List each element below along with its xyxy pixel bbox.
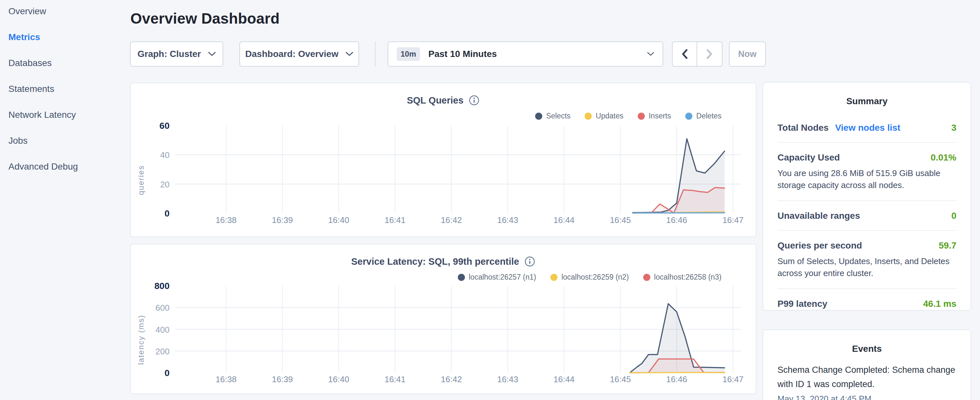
summary-row-label: P99 latency [778,299,827,309]
view-nodes-list-link[interactable]: View nodes list [835,123,900,133]
event-timestamp: May 13, 2020 at 4:45 PM [778,394,956,400]
time-range-label: Past 10 Minutes [428,49,497,59]
series-line [630,373,725,373]
x-axis-tick: 16:44 [554,215,574,225]
summary-row-label: Unavailable ranges [778,211,860,221]
events-list: Schema Change Completed: Schema change w… [763,354,970,400]
x-axis-tick: 16:47 [722,375,743,384]
sidebar-item-network-latency[interactable]: Network Latency [8,102,129,128]
sidebar: Overview Metrics Databases Statements Ne… [0,0,129,400]
service-latency-panel: Service Latency: SQL, 99th percentile lo… [130,244,756,394]
x-axis-tick: 16:40 [328,375,349,384]
x-axis-tick: 16:47 [722,215,743,225]
summary-row-total-nodes: Total Nodes View nodes list 3 [778,113,956,142]
y-axis-tick: 800 [154,281,170,291]
x-axis-tick: 16:40 [328,215,349,225]
y-axis-tick: 20 [160,180,170,189]
x-axis-tick: 16:46 [666,215,687,225]
sidebar-item-metrics[interactable]: Metrics [8,24,129,50]
sql-queries-panel: SQL Queries SelectsUpdatesInsertsDeletes… [130,83,756,237]
chevron-down-icon [208,52,216,56]
x-axis-tick: 16:46 [666,375,687,384]
events-panel: Events Schema Change Completed: Schema c… [763,330,971,400]
y-axis-tick: 0 [164,368,170,378]
event-item[interactable]: Schema Change Completed: Schema change w… [778,363,956,400]
summary-title: Summary [763,83,970,107]
y-axis-tick: 200 [156,347,170,356]
x-axis-tick: 16:38 [215,215,237,225]
summary-row-description: You are using 28.6 MiB of 515.9 GiB usab… [778,167,952,191]
summary-row-value: 3 [951,123,956,133]
y-axis-tick: 0 [164,209,170,218]
y-axis-tick: 40 [160,150,170,160]
next-time-button[interactable] [697,42,722,66]
chevron-right-icon [706,49,713,59]
summary-row-queries-per-second: Queries per second 59.7 Sum of Selects, … [778,230,956,288]
x-axis-tick: 16:43 [497,215,518,225]
summary-row-label: Total Nodes [778,123,829,133]
events-title: Events [763,330,970,354]
summary-row-label: Queries per second [778,241,862,251]
graph-dropdown[interactable]: Graph: Cluster [130,41,223,67]
time-range-dropdown[interactable]: 10m Past 10 Minutes [388,41,663,67]
page-title: Overview Dashboard [130,10,280,27]
x-axis-tick: 16:39 [272,215,293,225]
toolbar-divider [375,41,375,67]
x-axis-tick: 16:41 [384,215,406,225]
summary-row-value: 0.01% [931,153,956,163]
y-axis-tick: 400 [156,325,170,335]
summary-row-value: 46.1 ms [923,299,956,309]
sidebar-item-advanced-debug[interactable]: Advanced Debug [8,154,129,180]
time-range-badge: 10m [397,47,420,61]
chevron-left-icon [681,49,688,59]
chevron-down-icon [345,52,353,56]
x-axis-tick: 16:38 [215,375,237,384]
graph-dropdown-label: Graph: Cluster [137,49,201,59]
sidebar-item-overview[interactable]: Overview [8,0,129,24]
x-axis-tick: 16:43 [497,375,518,384]
summary-panel: Summary Total Nodes View nodes list 3 Ca… [763,82,971,311]
y-axis-tick: 60 [159,121,170,131]
summary-body: Total Nodes View nodes list 3 Capacity U… [763,107,970,318]
sidebar-item-statements[interactable]: Statements [8,76,129,102]
x-axis-tick: 16:42 [441,375,462,384]
y-axis-tick: 600 [156,303,170,312]
x-axis-tick: 16:45 [610,375,631,384]
sql-queries-chart-canvas: 020406016:3816:3916:4016:4116:4216:4316:… [131,83,756,237]
summary-row-unavailable-ranges: Unavailable ranges 0 [778,200,956,230]
summary-row-description: Sum of Selects, Updates, Inserts, and De… [778,255,952,279]
dashboard-dropdown[interactable]: Dashboard: Overview [239,41,359,67]
sidebar-item-jobs[interactable]: Jobs [8,128,129,154]
summary-row-value: 59.7 [939,241,957,251]
summary-row-value: 0 [951,211,956,221]
summary-row-capacity-used: Capacity Used 0.01% You are using 28.6 M… [778,142,956,200]
prev-time-button[interactable] [673,42,697,66]
time-step-buttons [672,41,722,67]
sidebar-nav-list: Overview Metrics Databases Statements Ne… [8,0,129,180]
summary-row-p99-latency: P99 latency 46.1 ms [778,288,956,318]
overview-dashboard-page: { "sidebar": { "items": [ { "label": "Ov… [0,0,980,400]
x-axis-tick: 16:45 [610,215,631,225]
x-axis-tick: 16:44 [554,375,574,384]
summary-row-label: Capacity Used [778,153,840,163]
dashboard-dropdown-label: Dashboard: Overview [245,49,339,59]
service-latency-chart-canvas: 020040060080016:3816:3916:4016:4116:4216… [131,244,756,394]
x-axis-tick: 16:39 [272,375,293,384]
x-axis-tick: 16:42 [441,215,462,225]
chevron-down-icon [647,52,654,56]
now-button[interactable]: Now [729,41,766,67]
x-axis-tick: 16:41 [384,375,406,384]
sidebar-item-databases[interactable]: Databases [8,50,129,76]
event-text: Schema Change Completed: Schema change w… [778,363,956,391]
